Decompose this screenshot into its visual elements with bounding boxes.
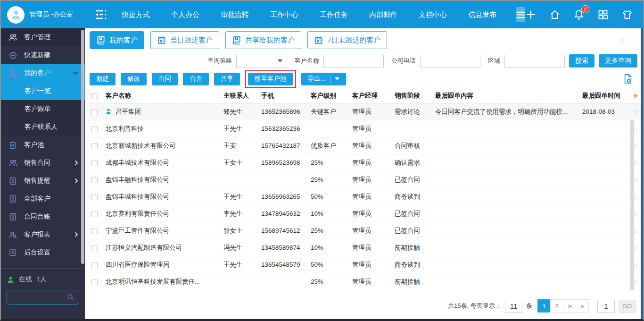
page-button[interactable]: 2 (550, 299, 563, 313)
user-area[interactable]: 管理员 -办公室 (1, 1, 85, 28)
phone-cell: 13478945632 (259, 205, 309, 222)
row-checkbox-cell (90, 103, 104, 120)
filter-input[interactable] (420, 55, 480, 68)
sidebar-item[interactable]: 快速新建 (1, 46, 85, 64)
export-settings-doc-icon[interactable] (623, 74, 633, 86)
search-icon[interactable] (66, 293, 74, 301)
customer-name-cell[interactable]: 成都丰城技术有限公司 (104, 154, 222, 171)
add-icon[interactable] (525, 9, 537, 20)
last-note-cell: 今日同客户交流了使用需求，明确所用功能模... (433, 103, 580, 120)
table-row[interactable]: 北京利普科技王先生15632365236管理员☆ (90, 120, 644, 137)
favorite-star-icon[interactable]: ☆ (619, 35, 626, 45)
filter-input[interactable] (323, 55, 384, 68)
sidebar-item[interactable]: 我的客户 (1, 64, 85, 82)
go-button[interactable]: GO (619, 300, 636, 313)
table-row[interactable]: 北京赛利有限责任公司李先生1347894563210%管理员已签合同☆ (90, 205, 644, 222)
action-button[interactable]: 合同 (152, 73, 178, 85)
sidebar-item[interactable]: 客户跟单 (1, 100, 85, 118)
apps-grid-icon[interactable] (597, 9, 609, 20)
page-size-input[interactable]: 11 (505, 300, 522, 313)
row-checkbox[interactable] (91, 194, 98, 200)
tab-item[interactable]: 7日未跟进的客户 (307, 31, 387, 49)
topbar-menu-item[interactable]: 个人办公 (171, 10, 199, 19)
table-row[interactable]: 昌平集团郑先生13652365896关键客户管理员需求讨论今日同客户交流了使用需… (90, 103, 644, 120)
customer-name-cell[interactable]: 北京利普科技 (104, 120, 222, 137)
chevron-down-icon (73, 71, 78, 75)
row-checkbox[interactable] (91, 228, 98, 234)
topbar-menu-item[interactable]: 内部邮件 (369, 10, 397, 19)
row-checkbox[interactable] (91, 143, 98, 149)
table-row[interactable]: 盘锦丰融科技有限公司25%管理员已签合同☆ (90, 171, 644, 188)
goto-page-input[interactable]: 1 (597, 300, 615, 313)
table-row[interactable]: 成都丰城技术有限公司王女士1589652369825%管理员确认需求☆ (90, 154, 644, 171)
row-checkbox[interactable] (91, 211, 98, 217)
table-row[interactable]: 北京明讯恒基科技发展有限责任...25%管理员前期接触☆ (90, 273, 644, 290)
tab-active[interactable]: 我的客户 (90, 31, 144, 49)
strategy-select[interactable] (236, 55, 287, 68)
customer-name-cell[interactable]: 昌平集团 (104, 103, 222, 120)
table-row[interactable]: 四川省医疗保险管理局王先生1365454857950%管理员商务谈判☆ (90, 256, 644, 273)
sidebar-item[interactable]: 全部客户 (1, 190, 85, 208)
sidebar-item[interactable]: 合同台账 (1, 208, 85, 226)
sidebar-item[interactable]: 客户一览 (1, 82, 85, 100)
page-button[interactable]: > (563, 299, 576, 313)
action-button[interactable]: 合并 (183, 73, 209, 85)
table-row[interactable]: 宁波巨工管件有限公司张女士1568974561225%管理员已签合同☆ (90, 222, 644, 239)
topbar-menu-item[interactable]: 工作任务 (320, 10, 348, 19)
customer-name-cell[interactable]: 北京明讯恒基科技发展有限责任... (104, 273, 222, 290)
table-row[interactable]: 盘锦丰城科技有限公司王先生1365696326550%管理员商务谈判☆ (90, 188, 644, 205)
row-checkbox[interactable] (91, 262, 98, 268)
more-search-button[interactable]: 更多查询 (599, 54, 637, 68)
sidebar-item[interactable]: 客户报表 (1, 226, 85, 244)
topbar-menu-item[interactable]: 信息发布 (468, 10, 496, 19)
row-checkbox[interactable] (91, 279, 98, 285)
tab-item[interactable]: 共享给我的客户 (225, 31, 301, 49)
sidebar-item-label: 销售合同 (24, 159, 50, 167)
topbar-menu-item[interactable]: 文档中心 (419, 10, 447, 19)
topbar-menu: 快捷方式个人办公审批流转工作中心工作任务内部邮件文档中心信息发布 (122, 10, 496, 19)
action-button[interactable]: 新建 (90, 73, 116, 85)
customer-name-cell[interactable]: 盘锦丰融科技有限公司 (104, 171, 222, 188)
theme-shirt-icon[interactable] (621, 9, 633, 20)
notifications-bell-icon[interactable]: 2 (573, 9, 585, 20)
menu-collapse-icon[interactable] (94, 9, 108, 20)
move-to-pool-button[interactable]: 移至客户池 (248, 73, 293, 85)
customer-name-cell[interactable]: 北京新城新技术有限公司 (104, 137, 222, 154)
customer-name-cell[interactable]: 宁波巨工管件有限公司 (104, 222, 222, 239)
table-row[interactable]: 北京新城新技术有限公司王安15765432187优质客户管理员合同审核☆ (90, 137, 644, 154)
table-row[interactable]: 江苏恒义汽配制造有限公司冯先生1345858987410%管理员前期接触☆ (90, 239, 644, 256)
row-checkbox[interactable] (91, 126, 98, 132)
topbar-menu-item[interactable]: 审批流转 (221, 10, 249, 19)
tab-item[interactable]: 当日跟进客户 (150, 31, 219, 49)
customer-name-cell[interactable]: 四川省医疗保险管理局 (104, 256, 222, 273)
sidebar-item[interactable]: 销售提醒 (1, 172, 85, 190)
last-time-cell (580, 171, 627, 188)
search-button[interactable]: 搜索 (569, 54, 594, 68)
hamburger-icon[interactable] (516, 7, 525, 22)
customer-name-cell[interactable]: 盘锦丰城科技有限公司 (104, 188, 222, 205)
page-button[interactable]: 1 (537, 299, 551, 313)
sidebar-item[interactable]: 客户联系人 (1, 118, 85, 136)
sidebar-search-input[interactable] (11, 294, 66, 301)
row-checkbox[interactable] (91, 160, 98, 166)
customer-name-cell[interactable]: 江苏恒义汽配制造有限公司 (104, 239, 222, 256)
topbar-menu-item[interactable]: 工作中心 (270, 10, 298, 19)
customer-name-cell[interactable]: 北京赛利有限责任公司 (104, 205, 222, 222)
export-button[interactable]: 导出... (301, 73, 346, 85)
filter-input[interactable] (504, 55, 565, 68)
row-checkbox[interactable] (91, 245, 98, 251)
sidebar-item[interactable]: 后台设置 (1, 244, 85, 262)
plus-circle-icon (8, 51, 18, 60)
row-checkbox[interactable] (91, 109, 98, 115)
topbar-menu-item[interactable]: 快捷方式 (122, 10, 150, 19)
home-icon[interactable] (549, 9, 561, 20)
page-button[interactable]: » (576, 299, 589, 313)
row-checkbox[interactable] (91, 177, 98, 183)
action-button[interactable]: 修改 (121, 73, 147, 85)
select-all-checkbox[interactable] (91, 93, 98, 99)
sidebar-item[interactable]: 销售合同 (1, 154, 85, 172)
action-button[interactable]: 共享 (214, 73, 240, 85)
sidebar-item[interactable]: 客户池 (1, 136, 85, 154)
sidebar-item[interactable]: 客户管理 (1, 28, 85, 46)
sidebar-scrollbar[interactable] (81, 30, 84, 264)
